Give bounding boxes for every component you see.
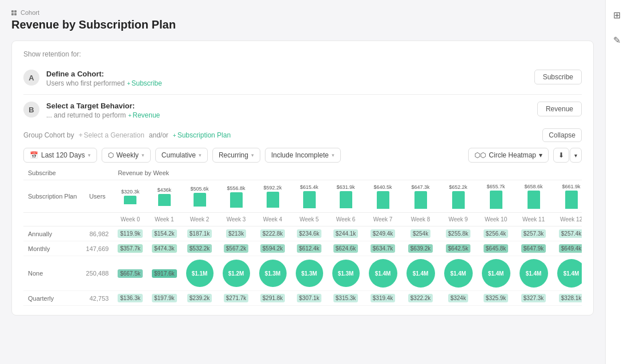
value-cell-1-11: $647.9k [515, 241, 553, 256]
value-cell-2-1: $917.6k [147, 256, 182, 291]
step-a-badge: A [23, 70, 39, 86]
collapse-button[interactable]: Collapse [542, 128, 582, 142]
bar-header-6: $631.9k [328, 180, 364, 213]
section-b-sub: ... and returned to perform Revenue [46, 111, 530, 119]
value-cell-2-10: $1.4M [477, 256, 515, 291]
subscription-plan-tag[interactable]: Subscription Plan [173, 131, 231, 139]
bar-header-11: $658.6k [515, 180, 553, 213]
frequency-filter[interactable]: ⬡ Weekly ▾ [102, 148, 151, 163]
value-cell-3-12: $328.1k [553, 291, 582, 306]
bar-header-5: $615.4k [291, 180, 328, 213]
subscribe-header: Subscribe [23, 166, 113, 180]
include-incomplete-filter[interactable]: Include Incomplete ▾ [265, 148, 341, 163]
week-header-row: Week 0Week 1Week 2Week 3Week 4Week 5Week… [23, 213, 582, 227]
table-row: Monthly147,669$357.7k$474.3k$532.2k$567.… [23, 241, 582, 256]
table-row: Annually86,982$119.9k$154.2k$187.1k$213k… [23, 227, 582, 241]
group-cohort-label: Group Cohort by [23, 131, 74, 139]
users-cell-0: 86,982 [82, 227, 114, 241]
value-cell-2-8: $1.4M [402, 256, 440, 291]
subscribe-tag[interactable]: Subscribe [127, 79, 162, 87]
value-cell-1-2: $532.2k [182, 241, 218, 256]
section-b: B Select a Target Behavior: ... and retu… [23, 97, 582, 124]
table-row: Quarterly42,753$136.3k$197.9k$239.2k$271… [23, 291, 582, 306]
week-label-10: Week 10 [477, 213, 515, 227]
week-label-11: Week 11 [515, 213, 553, 227]
week-label-8: Week 8 [402, 213, 440, 227]
right-sidebar: ⊞ ✎ [605, 0, 628, 364]
users-cell-3: 42,753 [82, 291, 114, 306]
revenue-button[interactable]: Revenue [537, 102, 582, 116]
value-cell-3-9: $324k [440, 291, 477, 306]
cumulative-filter[interactable]: Cumulative ▾ [155, 148, 208, 163]
show-retention-label: Show retention for: [23, 50, 81, 58]
week-label-1: Week 1 [147, 213, 182, 227]
table-icon[interactable]: ⊞ [609, 7, 625, 23]
value-cell-1-4: $594.2k [255, 241, 291, 256]
download-group: ⬇ ▾ [553, 148, 582, 163]
bar-header-10: $655.7k [477, 180, 515, 213]
bar-header-row: Subscription Plan Users $320.3k $436k $5… [23, 180, 582, 213]
edit-icon[interactable]: ✎ [609, 32, 625, 48]
value-cell-3-2: $239.2k [182, 291, 218, 306]
value-cell-0-2: $187.1k [182, 227, 218, 241]
bar-header-1: $436k [147, 180, 182, 213]
date-range-filter[interactable]: 📅 Last 120 Days ▾ [23, 148, 97, 163]
value-cell-0-12: $257.4k [553, 227, 582, 241]
grid-icon [11, 10, 18, 15]
breadcrumb: Cohort [11, 9, 594, 16]
revenue-by-week-header: Revenue by Week [113, 166, 582, 180]
and-or-label: and/or [149, 131, 168, 139]
download-button[interactable]: ⬇ [553, 148, 569, 163]
chevron-down-icon-2: ▾ [142, 152, 144, 158]
value-cell-3-3: $271.7k [218, 291, 255, 306]
plan-cell-0: Annually [23, 227, 82, 241]
week-label-4: Week 4 [255, 213, 291, 227]
chevron-down-icon-6: ▾ [539, 151, 542, 159]
value-cell-2-3: $1.2M [218, 256, 255, 291]
heatmap-icon: ⬡⬡ [474, 151, 486, 159]
group-cohort-row: Group Cohort by Select a Generation and/… [23, 124, 582, 144]
subscribe-button[interactable]: Subscribe [534, 70, 582, 84]
value-cell-2-2: $1.1M [182, 256, 218, 291]
value-cell-1-5: $612.4k [291, 241, 328, 256]
value-cell-0-1: $154.2k [147, 227, 182, 241]
bar-header-2: $505.6k [182, 180, 218, 213]
users-cell-2: 250,488 [82, 256, 114, 291]
value-cell-2-7: $1.4M [364, 256, 402, 291]
value-cell-2-4: $1.3M [255, 256, 291, 291]
value-cell-3-6: $315.3k [328, 291, 364, 306]
value-cell-1-9: $642.5k [440, 241, 477, 256]
plan-cell-3: Quarterly [23, 291, 82, 306]
week-label-3: Week 3 [218, 213, 255, 227]
value-cell-0-0: $119.9k [113, 227, 147, 241]
value-cell-0-3: $213k [218, 227, 255, 241]
value-cell-1-10: $645.8k [477, 241, 515, 256]
value-cell-0-10: $256.4k [477, 227, 515, 241]
page-title: Revenue by Subscription Plan [11, 18, 594, 31]
value-cell-0-11: $257.3k [515, 227, 553, 241]
week-label-7: Week 7 [364, 213, 402, 227]
revenue-tag[interactable]: Revenue [128, 111, 160, 119]
value-cell-1-6: $624.6k [328, 241, 364, 256]
download-arrow-button[interactable]: ▾ [570, 148, 582, 163]
section-b-text: Select a Target Behavior: ... and return… [46, 102, 530, 119]
value-cell-2-9: $1.4M [440, 256, 477, 291]
value-cell-1-8: $639.2k [402, 241, 440, 256]
week-label-6: Week 6 [328, 213, 364, 227]
value-cell-2-5: $1.3M [291, 256, 328, 291]
bar-header-9: $652.2k [440, 180, 477, 213]
bar-header-8: $647.3k [402, 180, 440, 213]
recurring-filter[interactable]: Recurring ▾ [212, 148, 260, 163]
bar-header-7: $640.5k [364, 180, 402, 213]
page-header: Cohort Revenue by Subscription Plan [11, 9, 594, 31]
value-cell-2-12: $1.4M [553, 256, 582, 291]
plan-col-header: Subscription Plan [23, 180, 82, 213]
calendar-icon: 📅 [30, 151, 38, 159]
heatmap-button[interactable]: ⬡⬡ Circle Heatmap ▾ [468, 148, 549, 163]
value-cell-3-7: $319.4k [364, 291, 402, 306]
week-label-9: Week 9 [440, 213, 477, 227]
week-label-5: Week 5 [291, 213, 328, 227]
select-generation-link[interactable]: Select a Generation [79, 131, 144, 139]
section-a: A Define a Cohort: Users who first perfo… [23, 65, 582, 92]
users-col-header: Users [82, 180, 114, 213]
